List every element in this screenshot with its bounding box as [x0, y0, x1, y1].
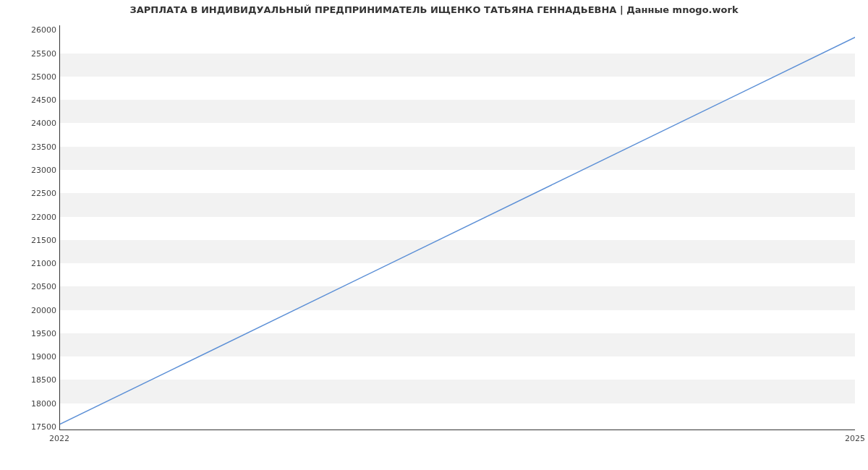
x-tick-label: 2025 — [845, 434, 865, 443]
y-tick-label: 20500 — [13, 282, 56, 291]
y-tick-label: 25500 — [13, 48, 56, 58]
y-tick-label: 26000 — [13, 25, 56, 35]
chart-container: ЗАРПЛАТА В ИНДИВИДУАЛЬНЫЙ ПРЕДПРИНИМАТЕЛ… — [0, 0, 868, 470]
y-tick-label: 17500 — [13, 422, 56, 431]
chart-title: ЗАРПЛАТА В ИНДИВИДУАЛЬНЫЙ ПРЕДПРИНИМАТЕЛ… — [0, 4, 868, 15]
y-tick-label: 18000 — [13, 398, 56, 408]
y-tick-label: 25000 — [13, 72, 56, 81]
y-tick-label: 23500 — [13, 142, 56, 151]
y-tick-label: 21000 — [13, 259, 56, 268]
y-tick-label: 24500 — [13, 95, 56, 105]
y-tick-label: 22000 — [13, 212, 56, 221]
y-tick-label: 23000 — [13, 166, 56, 175]
y-tick-label: 18500 — [13, 375, 56, 385]
y-tick-label: 22500 — [13, 189, 56, 198]
plot-area — [59, 25, 855, 430]
y-tick-label: 20000 — [13, 305, 56, 315]
series-line — [60, 37, 855, 424]
line-series — [60, 25, 855, 430]
y-tick-label: 19500 — [13, 328, 56, 338]
x-tick-label: 2022 — [49, 434, 69, 443]
y-tick-label: 19000 — [13, 352, 56, 362]
y-tick-label: 21500 — [13, 235, 56, 244]
y-tick-label: 24000 — [13, 119, 56, 128]
